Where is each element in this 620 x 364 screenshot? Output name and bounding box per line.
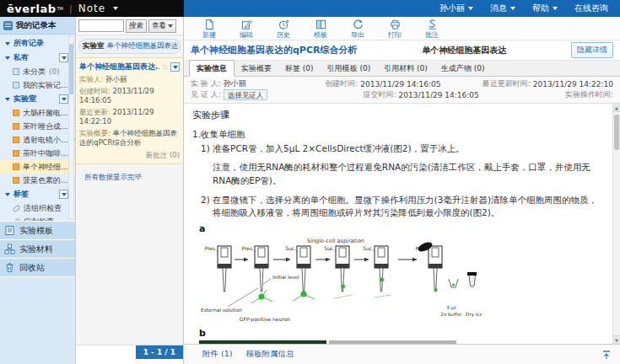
buffer-volume-label: 5 μl <box>447 305 456 311</box>
submitted-value: 2013/11/29 14:16:05 <box>399 91 479 99</box>
step-note: 注意，使用无RNA酶的耗材和整个过程避免RNA的污染(清洁工作区，戴上手套，口罩… <box>192 161 605 186</box>
help-menu[interactable]: 帮助 <box>532 3 558 14</box>
hide-details-button[interactable]: 隐藏详情 <box>571 42 613 58</box>
scroll-up-arrow[interactable]: ▲ <box>613 104 620 112</box>
breadcrumb-item[interactable]: 单个神经细胞基因表达 <box>107 41 179 51</box>
template-button[interactable]: 模板 <box>302 17 339 40</box>
aspirated-cell-shape <box>375 278 391 297</box>
history-clock-icon <box>278 19 290 30</box>
experiment-header: 单个神经细胞基因表达的qPCR综合分析 单个神经细胞基因表达 隐藏详情 <box>184 40 620 61</box>
tool-label: 新建 <box>202 30 216 40</box>
updated-label: 最近更新时间: <box>483 78 531 89</box>
annotate-button[interactable]: 批注 <box>413 17 450 40</box>
sidebar-item-materials[interactable]: 实验材料 <box>0 239 75 258</box>
tab-summary[interactable]: 实验概要 <box>235 61 278 76</box>
tab-ref-templates[interactable]: 引用模板 (0) <box>321 61 378 76</box>
figure-2: a Single-cell aspiration Pres. Pres. Suc… <box>199 222 605 344</box>
print-button[interactable]: 打印 <box>376 17 413 40</box>
breadcrumb-scope[interactable]: 实验室 <box>83 41 105 51</box>
sidebar-item-lab-0[interactable]: 大肠杆菌电... (5) <box>0 106 75 120</box>
sidebar-section-tags[interactable]: 标签 <box>0 187 75 201</box>
experiment-card[interactable]: 单个神经细胞基因表达... ☆ 实验人: 孙小丽 创建时间: 2013/11/2… <box>76 57 183 164</box>
sidebar-header[interactable]: 我的记录本 <box>0 17 75 35</box>
chevron-down-icon[interactable] <box>113 7 118 10</box>
step-1-1: 1) 准备PCR管，加入5μL 2×CellsDirect缓冲液(图2)，置于冰… <box>192 142 605 155</box>
scrollbar-thumb[interactable] <box>69 44 73 94</box>
witness-label: 见 证 人: <box>191 89 221 100</box>
sidebar-tag-1[interactable]: 穿刺检查 <box>0 215 75 221</box>
edit-pencil-icon <box>240 19 253 30</box>
printer-icon <box>389 19 402 30</box>
chevron-down-icon <box>5 193 10 196</box>
content-scrollbar[interactable]: ▲ ▼ <box>612 104 620 344</box>
new-button[interactable]: 新建 <box>191 17 228 40</box>
scrollbar-thumb[interactable] <box>614 115 619 150</box>
export-button[interactable]: 导出 <box>339 17 376 40</box>
app-window: ēverlabTM | Note 孙小丽 消息 帮助 在线咨询 我的记录本 所有… <box>0 0 620 364</box>
experiment-list-pane: 搜索 查看 实验室 单个神经细胞基因表达 单个神经细胞基因表达... ☆ 实验人… <box>76 17 184 364</box>
owner-label: 实 验 人: <box>191 78 221 89</box>
search-button-label: 搜索 <box>129 21 143 31</box>
select-witness-button[interactable]: 选择见证人 <box>224 89 268 100</box>
breadcrumb: 实验室 单个神经细胞基因表达 <box>78 39 181 54</box>
sidebar-item-all-records[interactable]: 所有记录 <box>0 36 75 51</box>
sidebar-item-lab-5[interactable]: 菠菜色素的... (1) <box>0 174 75 187</box>
sidebar-section-lab[interactable]: 实验室 <box>0 92 75 106</box>
sidebar-item-lab-1[interactable]: 茉叶唑合成... (7) <box>0 120 75 133</box>
sidebar-item-lab-2[interactable]: 透射电镜小... (0) <box>0 133 75 147</box>
sidebar-tag-0[interactable]: 活组织检查 <box>0 201 75 215</box>
sidebar-item-my-experiments[interactable]: 我的实验记... (1) <box>0 78 75 92</box>
section-menu-button[interactable] <box>59 190 68 199</box>
suction-label: Suc. <box>285 245 296 251</box>
bottom-nav-label: 实验材料 <box>19 244 53 255</box>
user-menu[interactable]: 孙小丽 <box>439 3 473 14</box>
suction-label: Suc. <box>324 245 335 251</box>
tab-tags[interactable]: 标签 (0) <box>278 61 321 76</box>
scroll-down-arrow[interactable]: ▼ <box>613 335 620 344</box>
sidebar-item-uncategorized[interactable]: 未分类 (0) <box>0 65 75 78</box>
main-footer: 附件 (1) 模板附属信息 <box>184 344 620 364</box>
body-columns: 我的记录本 所有记录 私有 未分类 (0) <box>0 17 620 364</box>
buffer-name-label: 2x buffer <box>440 312 462 317</box>
summary-label: 实验概要: <box>79 129 111 137</box>
sidebar-item-recycle-bin[interactable]: 回收站 <box>0 258 75 276</box>
section-menu-button[interactable] <box>59 53 68 62</box>
item-label: 茶叶中咖啡... <box>23 148 68 159</box>
template-info-tab[interactable]: 模板附属信息 <box>245 349 294 360</box>
back-to-top-button[interactable] <box>601 350 612 361</box>
chevron-down-icon <box>168 24 173 28</box>
messages-menu[interactable]: 消息 <box>490 3 515 14</box>
section-menu-button[interactable] <box>59 94 68 104</box>
view-dropdown[interactable]: 查看 <box>148 19 176 33</box>
tag-label: 活组织检查 <box>24 203 62 214</box>
star-icon[interactable]: ☆ <box>161 63 169 72</box>
notebook-name: 单个神经细胞基因表达 <box>357 45 571 56</box>
item-label: 菠菜色素的... <box>23 175 68 186</box>
template-layout-icon <box>315 19 327 30</box>
annotations-link[interactable]: 新批注 (0) <box>79 151 180 161</box>
sidebar-section-private[interactable]: 私有 <box>0 51 75 65</box>
experiment-card-title[interactable]: 单个神经细胞基因表达... <box>79 62 159 72</box>
edit-button[interactable]: 编辑 <box>228 17 265 40</box>
sidebar-item-lab-4-selected[interactable]: 单个神经细... (1) <box>0 160 75 174</box>
sidebar-scrollbar[interactable] <box>68 36 74 219</box>
search-input[interactable] <box>78 19 124 32</box>
tab-experiment-info[interactable]: 实验信息 <box>189 60 235 77</box>
chevron-down-icon <box>62 193 67 196</box>
history-button[interactable]: 历史 <box>265 17 302 40</box>
chevron-down-icon <box>5 98 10 101</box>
pagination[interactable]: 1 - 1 / 1 <box>136 345 183 359</box>
attachments-tab[interactable]: 附件 (1) <box>202 349 232 360</box>
brand-area: ēverlabTM | Note <box>0 0 184 17</box>
tab-products[interactable]: 生成产物 (0) <box>434 61 492 76</box>
online-support-link[interactable]: 在线咨询 <box>574 3 608 14</box>
sidebar-item-templates[interactable]: 实验模板 <box>0 221 75 239</box>
pressure-label: Pres. <box>204 245 217 251</box>
operation-time-label: 实验操作时间: <box>565 89 613 100</box>
created-value: 2013/11/29 14:16:05 <box>360 80 440 88</box>
search-button[interactable]: 搜索 <box>126 19 147 33</box>
sidebar-item-lab-3[interactable]: 茶叶中咖啡... (2) <box>0 147 75 160</box>
card-menu-button[interactable] <box>170 62 180 72</box>
pressure-label: Pres. <box>241 245 254 251</box>
tab-ref-materials[interactable]: 引用材料 (0) <box>377 61 434 76</box>
